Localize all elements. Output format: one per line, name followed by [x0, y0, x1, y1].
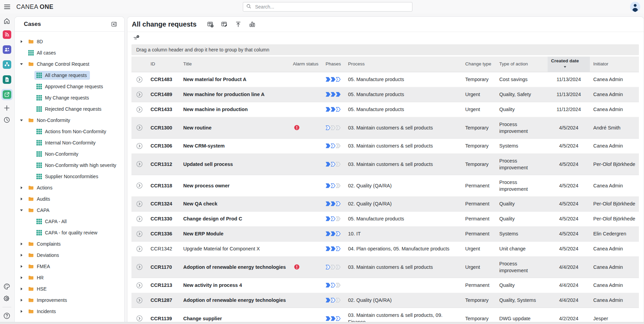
gear-icon[interactable] — [3, 294, 11, 303]
search-input[interactable] — [254, 4, 409, 10]
view-chip[interactable]: Actions from Non-Conformity — [34, 127, 109, 136]
folder-chip[interactable]: Deviations — [26, 251, 62, 260]
caret-right-icon[interactable] — [19, 39, 24, 44]
tree-item-hse[interactable]: HSE — [15, 283, 124, 294]
chevron-circle-icon[interactable] — [136, 91, 143, 98]
grid-row-CCR1300[interactable]: CCR1300New routine03. Maintain customers… — [131, 117, 639, 139]
tree-item-all-change-requests[interactable]: All change requests — [15, 70, 124, 81]
grid-row-CCR1489[interactable]: CCR1489New machine for production line A… — [131, 87, 639, 102]
caret-down-icon[interactable] — [19, 208, 24, 213]
chevron-circle-icon[interactable] — [136, 282, 143, 289]
group-by-drop-zone[interactable]: Drag a column header and drop it here to… — [131, 44, 639, 55]
caret-right-icon[interactable] — [19, 298, 24, 303]
column-header-action_type[interactable]: Type of action — [496, 57, 548, 72]
launch-app-icon-active[interactable] — [1, 89, 13, 100]
home-icon[interactable] — [3, 17, 11, 25]
grid-row-CCR1324[interactable]: CCR1324New QA check02. Quality (QA/RA)Pe… — [131, 197, 639, 212]
chevron-circle-icon[interactable] — [136, 263, 143, 271]
grid-row-CCR1139[interactable]: CCR1139Change supplier03. Maintain custo… — [131, 308, 639, 324]
tree-item-change-control-request[interactable]: Change Control Request — [15, 58, 124, 70]
column-header-process[interactable]: Process — [345, 57, 462, 72]
user-avatar[interactable] — [630, 2, 640, 12]
view-chip[interactable]: Approved Change requests — [34, 82, 106, 91]
view-chip[interactable]: CAPA - All — [34, 217, 70, 226]
launch-app-icon[interactable] — [3, 90, 11, 99]
horizontal-scrollbar[interactable] — [0, 322, 644, 324]
chevron-circle-icon[interactable] — [136, 76, 143, 83]
caret-right-icon[interactable] — [19, 242, 24, 246]
column-header-created[interactable]: Created date — [548, 57, 590, 72]
view-chip[interactable]: Internal Non-Conformity — [34, 138, 99, 147]
tree-item-actions-from-non-conformity[interactable]: Actions from Non-Conformity — [15, 126, 124, 137]
view-chip[interactable]: My Change requests — [34, 93, 92, 102]
column-header-phases[interactable]: Phases — [322, 57, 345, 72]
folder-chip[interactable]: Audits — [26, 195, 53, 203]
folder-chip[interactable]: Incidents — [26, 307, 59, 316]
chevron-circle-icon[interactable] — [136, 215, 143, 222]
document-app-icon[interactable] — [1, 74, 13, 85]
chevron-circle-icon[interactable] — [136, 106, 143, 113]
collapse-panel-icon[interactable] — [110, 20, 118, 28]
chevron-circle-icon[interactable] — [136, 160, 143, 168]
folder-chip[interactable]: FMEA — [26, 262, 53, 271]
grid-row-CCR1312[interactable]: CCR1312Updated sell process03. Maintain … — [131, 154, 639, 175]
grid-row-CCR1170[interactable]: CCR1170Adoption of renewable energy tech… — [131, 257, 639, 278]
chevron-circle-icon[interactable] — [136, 245, 143, 252]
caret-right-icon[interactable] — [19, 309, 24, 314]
folder-chip[interactable]: Improvements — [26, 296, 70, 305]
hamburger-menu-icon[interactable] — [3, 2, 12, 11]
workflow-app-icon[interactable] — [1, 59, 13, 70]
folder-chip[interactable]: HSE — [26, 284, 50, 293]
caret-right-icon[interactable] — [19, 264, 24, 269]
grid-row-CCR1287[interactable]: CCR1287Adoption of renewable energy tech… — [131, 293, 639, 308]
tree-item-non-conformity[interactable]: Non-Conformity — [15, 114, 124, 126]
chevron-circle-icon[interactable] — [136, 200, 143, 207]
column-header-alarm[interactable]: Alarm status — [289, 57, 322, 72]
folder-chip[interactable]: HR — [26, 273, 47, 282]
grid-row-CCR1306[interactable]: CCR1306New CRM-system03. Maintain custom… — [131, 139, 639, 154]
chevron-circle-icon[interactable] — [136, 142, 143, 150]
tree-item-capa-for-quality-review[interactable]: CAPA - for quality review — [15, 227, 124, 238]
caret-right-icon[interactable] — [19, 287, 24, 291]
chevron-circle-icon[interactable] — [136, 124, 143, 131]
folder-chip[interactable]: Complaints — [26, 240, 64, 248]
caret-down-icon[interactable] — [19, 62, 24, 66]
folder-chip[interactable]: Non-Conformity — [26, 116, 73, 125]
view-chip[interactable]: Non-Conformity — [34, 150, 81, 158]
caret-right-icon[interactable] — [19, 185, 24, 190]
chevron-circle-icon[interactable] — [136, 230, 143, 237]
view-chip[interactable]: All change requests — [34, 71, 90, 80]
tree-item-8d[interactable]: 8D — [15, 36, 124, 47]
rss-app-icon[interactable] — [3, 30, 11, 39]
tree-item-actions[interactable]: Actions — [15, 182, 124, 193]
grid-row-CCR1342[interactable]: CCR1342Upgrade Material for Component X0… — [131, 242, 639, 257]
tree-item-non-conformity-with-high-severity[interactable]: Non-Conformity with high severity — [15, 159, 124, 171]
tree-item-my-change-requests[interactable]: My Change requests — [15, 92, 124, 103]
folder-chip[interactable]: 8D — [26, 37, 46, 46]
caret-down-icon[interactable] — [19, 118, 24, 123]
filter-clear-icon[interactable] — [132, 34, 140, 42]
folder-chip[interactable]: CAPA — [26, 206, 52, 215]
tree-item-non-conformity[interactable]: Non-Conformity — [15, 148, 124, 159]
grid-row-CCR1213[interactable]: CCR1213New activity in process 4Permanen… — [131, 278, 639, 293]
tree-item-supplier-nonconformities[interactable]: Supplier Nonconformities — [15, 171, 124, 182]
view-chip[interactable]: CAPA - for quality review — [34, 228, 100, 237]
workflow-app-icon[interactable] — [3, 60, 11, 69]
tree-item-internal-non-conformity[interactable]: Internal Non-Conformity — [15, 137, 124, 148]
tree-item-capa[interactable]: CAPA — [15, 204, 124, 216]
grid-row-CCR1330[interactable]: CCR1330Change design of Prod C05. Manufa… — [131, 212, 639, 227]
tree-item-rejected-change-requests[interactable]: Rejected Change requests — [15, 103, 124, 114]
view-chip[interactable]: All cases — [26, 48, 59, 57]
column-stats-icon[interactable] — [248, 20, 256, 28]
caret-right-icon[interactable] — [19, 197, 24, 201]
history-clock-icon[interactable] — [3, 116, 11, 124]
tree-item-fmea[interactable]: FMEA — [15, 261, 124, 272]
grid-row-CCR1318[interactable]: CCR1318New process owner02. Quality (QA/… — [131, 175, 639, 197]
export-icon[interactable] — [234, 20, 242, 28]
tree-item-improvements[interactable]: Improvements — [15, 294, 124, 306]
tree-item-audits[interactable]: Audits — [15, 193, 124, 204]
folder-chip[interactable]: Change Control Request — [26, 60, 92, 68]
tree-item-all-cases[interactable]: All cases — [15, 47, 124, 58]
tree-item-approved-change-requests[interactable]: Approved Change requests — [15, 81, 124, 92]
help-icon[interactable] — [3, 312, 11, 320]
